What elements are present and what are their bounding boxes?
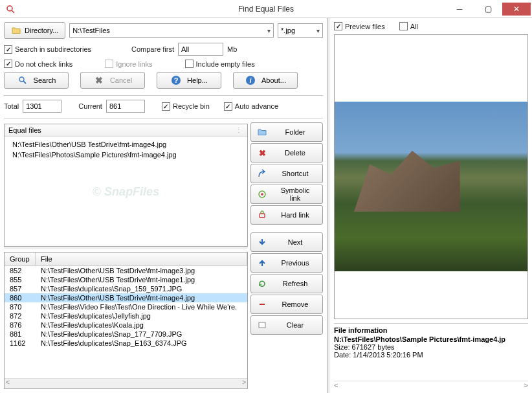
clear-label: Clear <box>274 321 322 329</box>
directory-dropdown[interactable]: N:\TestFiles <box>69 23 274 38</box>
total-label: Total <box>4 102 19 110</box>
row-group: 860 <box>5 294 36 302</box>
help-button[interactable]: ? Help... <box>157 72 221 89</box>
about-button[interactable]: i About... <box>233 72 298 89</box>
recycle-bin-checkbox[interactable] <box>162 102 170 111</box>
action-buttons-panel: Folder ✖ Delete Shortcut Symbolic link H… <box>250 122 323 389</box>
current-value-field: 861 <box>106 100 145 113</box>
compare-first-label: Compare first <box>131 45 174 53</box>
shortcut-label: Shortcut <box>274 170 322 177</box>
info-scrollbar[interactable]: <> <box>334 381 528 389</box>
all-checkbox[interactable] <box>399 22 408 30</box>
row-file: N:\TestFiles\duplicates\Jellyfish.jpg <box>36 312 247 320</box>
maximize-button[interactable]: ▢ <box>474 3 502 16</box>
horizontal-splitter[interactable] <box>4 247 248 249</box>
file-info-date: Date: 1/14/2013 5:20:16 PM <box>334 351 528 359</box>
table-row[interactable]: 857N:\TestFiles\duplicates\Snap_159_5971… <box>5 284 247 293</box>
minimize-button[interactable]: ─ <box>445 3 474 16</box>
next-button[interactable]: Next <box>250 232 323 252</box>
arrow-up-icon <box>256 257 268 269</box>
table-row[interactable]: 852N:\TestFiles\Other\USB TestDrive\fmt-… <box>5 266 247 275</box>
table-row[interactable]: 1162N:\TestFiles\duplicates\Snap_E163_63… <box>5 339 247 348</box>
compare-first-input[interactable]: All <box>178 43 223 56</box>
equal-files-list[interactable]: N:\TestFiles\Other\USB TestDrive\fmt-ima… <box>5 137 247 246</box>
row-file: N:\TestFiles\duplicates\Snap_177_7709.JP… <box>36 330 247 338</box>
symbolic-link-icon <box>256 188 268 200</box>
directory-value: N:\TestFiles <box>72 27 109 34</box>
auto-advance-checkbox[interactable] <box>224 102 232 111</box>
table-row[interactable]: 881N:\TestFiles\duplicates\Snap_177_7709… <box>5 330 247 339</box>
do-not-check-links-checkbox[interactable] <box>4 60 12 68</box>
arrow-down-icon <box>256 236 268 248</box>
row-group: 857 <box>5 285 36 293</box>
cancel-icon: ✖ <box>93 74 105 86</box>
row-file: N:\TestFiles\Other\USB TestDrive\fmt-ima… <box>36 294 247 302</box>
search-subdirs-label: Search in subdirectories <box>15 45 91 53</box>
remove-button[interactable]: Remove <box>250 295 323 314</box>
auto-advance-label: Auto advance <box>235 102 278 110</box>
current-label: Current <box>78 102 102 110</box>
shortcut-button[interactable]: Shortcut <box>250 164 323 183</box>
file-info-heading: File information <box>334 326 528 334</box>
refresh-label: Refresh <box>274 280 322 287</box>
preview-files-checkbox[interactable] <box>334 22 342 30</box>
compare-unit-label: Mb <box>227 45 237 53</box>
delete-button[interactable]: ✖ Delete <box>250 143 323 163</box>
row-file: N:\TestFiles\Video Files\Test\One Direct… <box>36 303 247 311</box>
total-value-field: 1301 <box>23 100 61 113</box>
column-file-header[interactable]: File <box>36 253 247 265</box>
preview-files-label: Preview files <box>345 23 385 30</box>
svg-rect-10 <box>260 304 265 305</box>
search-label: Search <box>34 76 56 84</box>
svg-rect-9 <box>260 214 265 218</box>
equal-files-panel: Equal files ⋮ N:\TestFiles\Other\USB Tes… <box>4 124 248 247</box>
symbolic-link-button[interactable]: Symbolic link <box>250 185 323 204</box>
previous-button[interactable]: Previous <box>250 253 323 273</box>
directory-label: Directory... <box>25 27 58 34</box>
folder-button[interactable]: Folder <box>250 122 323 142</box>
right-panel: Preview files All File information N:\Te… <box>330 18 532 393</box>
row-file: N:\TestFiles\duplicates\Koala.jpg <box>36 321 247 329</box>
folder-open-icon <box>11 25 21 36</box>
equal-file-item[interactable]: N:\TestFiles\Other\USB TestDrive\fmt-ima… <box>8 139 243 150</box>
table-row[interactable]: 870N:\TestFiles\Video Files\Test\One Dir… <box>5 302 247 311</box>
hard-link-label: Hard link <box>274 211 322 219</box>
equal-file-item[interactable]: N:\TestFiles\Photos\Sample Pictures\fmt-… <box>8 150 243 160</box>
about-label: About... <box>261 76 286 84</box>
grip-icon: ⋮ <box>234 126 243 134</box>
row-group: 1162 <box>5 339 36 347</box>
svg-line-1 <box>12 10 14 13</box>
directory-button[interactable]: Directory... <box>4 22 65 39</box>
compare-first-value: All <box>181 45 189 53</box>
column-group-header[interactable]: Group <box>5 253 36 265</box>
folder-icon <box>256 126 268 138</box>
table-row[interactable]: 860N:\TestFiles\Other\USB TestDrive\fmt-… <box>5 293 247 302</box>
horizontal-scrollbar[interactable]: <> <box>5 378 247 388</box>
include-empty-checkbox[interactable] <box>185 60 194 68</box>
table-row[interactable]: 872N:\TestFiles\duplicates\Jellyfish.jpg <box>5 311 247 320</box>
search-button[interactable]: Search <box>4 72 69 89</box>
file-table-body[interactable]: 852N:\TestFiles\Other\USB TestDrive\fmt-… <box>5 266 247 378</box>
table-row[interactable]: 855N:\TestFiles\Other\USB TestDrive\fmt-… <box>5 275 247 284</box>
file-info-size: Size: 671627 bytes <box>334 343 528 351</box>
cancel-button[interactable]: ✖ Cancel <box>80 72 145 89</box>
svg-rect-11 <box>259 322 265 328</box>
file-info-path: N:\TestFiles\Photos\Sample Pictures\fmt-… <box>334 335 528 343</box>
refresh-button[interactable]: Refresh <box>250 274 323 293</box>
previous-label: Previous <box>274 259 322 267</box>
ignore-links-checkbox <box>105 60 113 68</box>
search-icon <box>17 74 28 86</box>
folder-label: Folder <box>274 128 322 136</box>
row-group: 876 <box>5 321 36 329</box>
row-file: N:\TestFiles\duplicates\Snap_159_5971.JP… <box>36 285 247 293</box>
pattern-dropdown[interactable]: *.jpg <box>278 23 323 38</box>
include-empty-label: Include empty files <box>196 60 255 68</box>
svg-line-3 <box>23 81 26 84</box>
table-row[interactable]: 876N:\TestFiles\duplicates\Koala.jpg <box>5 320 247 330</box>
hard-link-button[interactable]: Hard link <box>250 205 323 225</box>
close-button[interactable]: ✕ <box>502 3 531 16</box>
remove-label: Remove <box>274 300 322 308</box>
next-label: Next <box>274 238 322 246</box>
search-subdirs-checkbox[interactable] <box>4 45 12 54</box>
clear-button[interactable]: Clear <box>250 315 323 335</box>
